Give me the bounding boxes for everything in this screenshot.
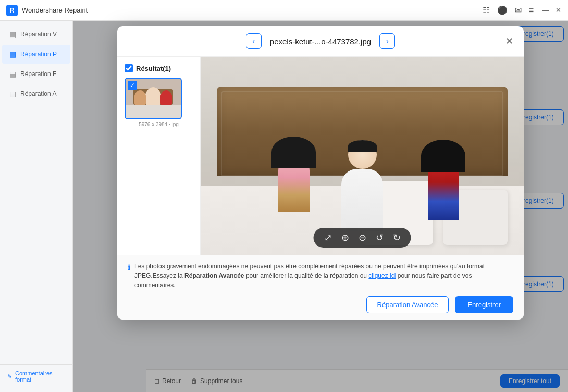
head-right: [431, 140, 455, 163]
hair-center: [348, 140, 377, 152]
thumbnail-meta: 5976 x 3984 · jpg: [125, 121, 193, 127]
person-left: [271, 137, 316, 225]
envelope-icon[interactable]: ✉: [515, 5, 522, 15]
thumbnail-panel: Résultat(1): [117, 57, 201, 255]
chevron-right-icon: ›: [386, 36, 388, 46]
result-checkbox[interactable]: [125, 64, 133, 72]
modal-info: ℹ Les photos gravement endommagées ne pe…: [128, 262, 513, 290]
modal-actions: Réparation Avancée Enregistrer: [128, 296, 513, 313]
app-title: Wondershare Repairit: [22, 6, 483, 14]
save-button[interactable]: Enregistrer: [455, 296, 513, 313]
sidebar-bottom-label: Commentairesformat: [15, 370, 53, 383]
advanced-repair-button[interactable]: Réparation Avancée: [366, 296, 449, 313]
sidebar-item-label-a: Réparation A: [20, 90, 56, 97]
info-icon: ℹ: [128, 262, 130, 273]
sidebar-item-reparation-v[interactable]: ▤ Réparation V: [2, 25, 70, 44]
title-bar-icons: ☷ ⚫ ✉ ≡: [483, 5, 534, 15]
chevron-left-icon: ‹: [252, 36, 255, 46]
head-left: [282, 137, 305, 160]
close-button[interactable]: ✕: [554, 7, 562, 14]
photo-background: [201, 57, 524, 255]
rotate-left-button[interactable]: ↺: [376, 232, 384, 243]
modal-close-button[interactable]: ✕: [503, 35, 515, 47]
person-center: [334, 140, 391, 239]
window-controls: — ✕: [542, 7, 562, 14]
image-preview: ⤢ ⊕ ⊖ ↺ ↻: [201, 57, 524, 255]
modal-filename: pexels-ketut-...o-4473782.jpg: [270, 37, 371, 46]
result-header: Résultat(1): [125, 64, 193, 72]
hair-right: [421, 140, 465, 172]
reparation-p-icon: ▤: [9, 50, 16, 58]
edit-icon: ✎: [7, 373, 12, 380]
body-center: [341, 169, 383, 231]
reparation-v-icon: ▤: [9, 30, 16, 39]
menu-icon[interactable]: ≡: [529, 6, 534, 15]
headphone-icon[interactable]: ⚫: [497, 5, 508, 15]
sidebar-item-label-p: Réparation P: [20, 51, 57, 58]
preview-modal: ‹ pexels-ketut-...o-4473782.jpg › ✕ Résu…: [117, 26, 524, 320]
sidebar-bottom-link[interactable]: ✎ Commentairesformat: [0, 364, 72, 388]
preview-toolbar: ⤢ ⊕ ⊖ ↺ ↻: [314, 228, 411, 248]
zoom-out-button[interactable]: ⊖: [359, 232, 366, 243]
prev-button[interactable]: ‹: [246, 33, 262, 49]
thumbnail-check-icon: ✓: [128, 81, 137, 90]
head-center: [348, 140, 377, 169]
photo-scene: [201, 57, 524, 255]
next-button[interactable]: ›: [379, 33, 395, 49]
info-text: Les photos gravement endommagées ne peuv…: [134, 262, 513, 290]
modal-overlay: ‹ pexels-ketut-...o-4473782.jpg › ✕ Résu…: [73, 21, 568, 392]
app-logo: R: [6, 5, 18, 16]
zoom-in-button[interactable]: ⊕: [341, 232, 349, 243]
account-icon[interactable]: ☷: [483, 5, 490, 15]
person-right: [421, 140, 465, 231]
rotate-right-button[interactable]: ↻: [393, 232, 401, 243]
thumbnail-image: ✓: [125, 78, 182, 119]
reparation-f-icon: ▤: [9, 70, 16, 78]
app-body: ▤ Réparation V ▤ Réparation P ▤ Réparati…: [0, 21, 568, 392]
modal-footer: ℹ Les photos gravement endommagées ne pe…: [117, 255, 524, 320]
sidebar-item-label-v: Réparation V: [20, 31, 57, 38]
result-label: Résultat(1): [136, 65, 171, 72]
hair-left: [271, 137, 316, 168]
body-right: [428, 163, 459, 220]
fullscreen-button[interactable]: ⤢: [324, 232, 332, 243]
modal-header: ‹ pexels-ketut-...o-4473782.jpg › ✕: [117, 26, 524, 57]
content-area: nregistrer(1) nregistrer(1) nregistrer(1…: [73, 21, 568, 392]
info-link[interactable]: cliquez ici: [368, 272, 396, 279]
sidebar-item-reparation-a[interactable]: ▤ Réparation A: [2, 84, 70, 103]
thumbnail-item[interactable]: ✓ 5976 x 3984 · jpg: [125, 78, 193, 127]
sidebar-item-reparation-f[interactable]: ▤ Réparation F: [2, 65, 70, 83]
svg-rect-5: [126, 105, 181, 118]
reparation-a-icon: ▤: [9, 90, 16, 98]
minimize-button[interactable]: —: [542, 7, 549, 14]
title-bar: R Wondershare Repairit ☷ ⚫ ✉ ≡ — ✕: [0, 0, 568, 21]
sidebar-item-label-f: Réparation F: [20, 70, 56, 78]
modal-body: Résultat(1): [117, 57, 524, 255]
sidebar-item-reparation-p[interactable]: ▤ Réparation P: [2, 45, 70, 64]
sidebar: ▤ Réparation V ▤ Réparation P ▤ Réparati…: [0, 21, 73, 392]
body-left: [278, 160, 310, 212]
